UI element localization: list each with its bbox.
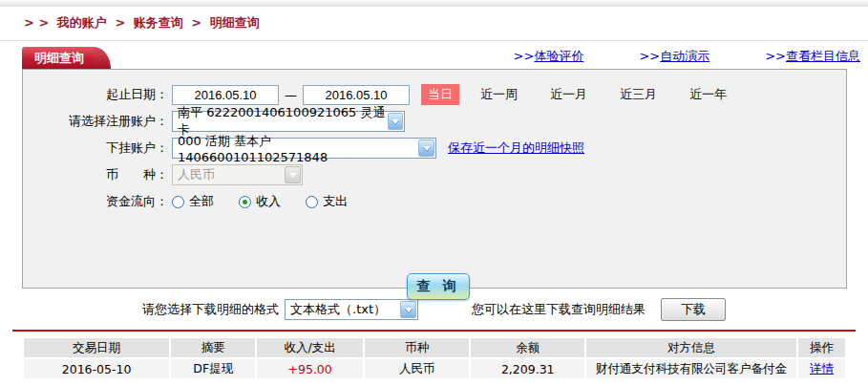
cell-counterparty: 财付通支付科技有限公司客户备付金 [586,359,796,378]
currency-select-disabled: 人民币 [172,164,303,185]
radio-checked-icon[interactable] [239,196,251,208]
cell-action: 详情 [798,359,845,378]
flow-option-expense-label: 支出 [323,193,348,210]
link-experience-rating[interactable]: >>体验评价 [514,48,584,65]
cell-balance: 2,209.31 [471,359,583,378]
cell-summary: DF提现 [171,359,255,378]
flow-radio-group: 全部 收入 支出 [172,193,348,210]
query-form-panel: 起止日期： — 当日 近一周 近一月 近三月 近一年 请选择注册账户： 南平 6… [22,69,847,289]
chevron-down-icon[interactable] [400,301,416,318]
currency-value: 人民币 [178,166,215,183]
col-header-summary: 摘要 [171,338,255,357]
link-auto-demo[interactable]: >>自动演示 [639,48,709,65]
quick-range-quarter[interactable]: 近三月 [620,86,657,103]
sub-account-select[interactable]: 000 活期 基本户 1406600101102571848 [172,138,436,159]
table-row: 2016-05-10 DF提现 +95.00 人民币 2,209.31 财付通支… [24,359,845,378]
chevron-down-icon[interactable] [388,113,403,130]
transaction-table: 交易日期 摘要 收入/支出 币种 余额 对方信息 操作 2016-05-10 D… [22,336,847,380]
table-header-row: 交易日期 摘要 收入/支出 币种 余额 对方信息 操作 [24,338,845,357]
quick-range-month[interactable]: 近一月 [550,86,587,103]
quick-range-links: 近一周 近一月 近三月 近一年 [480,86,727,103]
download-row: 请您选择下载明细的格式 文本格式（.txt） 您可以在这里下载查询明细结果 下载 [0,297,868,322]
flow-option-all[interactable]: 全部 [172,193,214,210]
cell-date: 2016-05-10 [24,359,169,378]
currency-row: 币 种： 人民币 [23,164,846,185]
detail-link[interactable]: 详情 [810,361,834,375]
breadcrumb: > > 我的账户 > 账务查询 > 明细查询 [0,7,868,37]
date-range-row: 起止日期： — 当日 近一周 近一月 近三月 近一年 [23,84,846,105]
cell-amount: +95.00 [257,359,362,378]
download-button[interactable]: 下载 [661,298,726,321]
sub-account-row: 下挂账户： 000 活期 基本户 1406600101102571848 保存近… [23,138,846,159]
currency-label: 币 种： [23,166,168,183]
col-header-date: 交易日期 [24,338,169,357]
col-header-counterparty: 对方信息 [586,338,796,357]
date-dash: — [285,88,297,102]
radio-icon[interactable] [172,196,184,208]
sub-account-label: 下挂账户： [23,139,168,157]
col-header-action: 操作 [798,338,845,357]
chevron-down-icon [285,166,301,183]
breadcrumb-item-account-query[interactable]: 账务查询 [134,15,183,30]
breadcrumb-item-detail-query[interactable]: 明细查询 [210,15,260,30]
col-header-currency: 币种 [365,338,470,357]
flow-option-income-label: 收入 [256,193,281,210]
col-header-amount: 收入/支出 [257,338,362,357]
save-snapshot-link[interactable]: 保存近一个月的明细快照 [448,139,584,157]
register-account-select[interactable]: 南平 6222001406100921065 灵通卡 [172,111,405,132]
breadcrumb-item-my-account[interactable]: 我的账户 [57,15,107,30]
divider [0,40,868,41]
date-range-label: 起止日期： [23,86,168,103]
flow-option-income[interactable]: 收入 [239,193,281,210]
top-links: >>体验评价 >>自动演示 >>查看栏目信息 [514,48,868,69]
quick-range-year[interactable]: 近一年 [689,86,727,103]
today-badge[interactable]: 当日 [421,84,459,105]
download-hint: 您可以在这里下载查询明细结果 [472,301,646,318]
breadcrumb-separator: > [115,15,125,30]
page-title: 明细查询 [34,51,84,65]
cell-currency: 人民币 [365,359,470,378]
register-account-row: 请选择注册账户： 南平 6222001406100921065 灵通卡 [23,111,846,132]
flow-option-all-label: 全部 [189,193,214,210]
top-gradient-strip [0,0,868,7]
flow-option-expense[interactable]: 支出 [306,193,348,210]
quick-range-week[interactable]: 近一周 [480,86,518,103]
download-format-label: 请您选择下载明细的格式 [142,301,279,318]
section-header: 明细查询 >>体验评价 >>自动演示 >>查看栏目信息 [0,47,868,69]
date-from-input[interactable] [172,85,279,105]
breadcrumb-prefix: > > [24,15,49,30]
date-to-input[interactable] [303,85,410,105]
chevron-down-icon[interactable] [418,139,434,157]
link-view-column-info[interactable]: >>查看栏目信息 [765,48,860,65]
detail-query-page: > > 我的账户 > 账务查询 > 明细查询 明细查询 >>体验评价 >>自动演… [0,0,868,386]
sub-account-value: 000 活期 基本户 1406600101102571848 [178,133,418,164]
query-button[interactable]: 查 询 [407,273,470,300]
register-account-label: 请选择注册账户： [23,113,168,130]
download-format-value: 文本格式（.txt） [290,301,386,318]
flow-direction-label: 资金流向： [23,193,168,210]
tab-tail-decoration [94,47,111,69]
col-header-balance: 余额 [471,338,583,357]
download-format-select[interactable]: 文本格式（.txt） [285,299,418,320]
flow-direction-row: 资金流向： 全部 收入 支出 [23,191,846,212]
tab-detail-query: 明细查询 [22,47,94,69]
table-top-red-line [12,330,856,332]
radio-icon[interactable] [306,196,318,208]
breadcrumb-separator: > [191,15,201,30]
